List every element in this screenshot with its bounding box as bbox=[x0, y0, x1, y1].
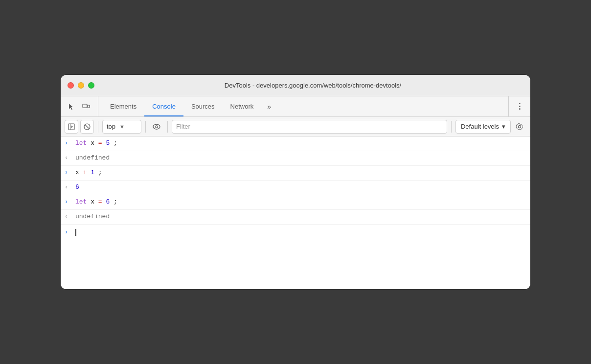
tab-network[interactable]: Network bbox=[223, 96, 262, 116]
more-tabs-button[interactable]: » bbox=[261, 96, 277, 116]
svg-point-9 bbox=[519, 125, 521, 128]
console-result-3: undefined bbox=[75, 212, 110, 221]
gear-icon bbox=[516, 123, 523, 131]
console-toolbar: top ▼ Default levels ▾ bbox=[61, 117, 530, 136]
maximize-button[interactable] bbox=[88, 82, 94, 89]
console-entry-3-input[interactable]: › let x = 6 ; bbox=[61, 195, 530, 210]
svg-point-8 bbox=[156, 125, 158, 127]
three-dots-menu-button[interactable]: ⋮ bbox=[513, 100, 526, 114]
clear-icon bbox=[84, 123, 91, 130]
traffic-lights bbox=[68, 82, 94, 89]
toolbar-divider-4 bbox=[451, 121, 452, 133]
sidebar-toggle-button[interactable] bbox=[65, 120, 78, 134]
title-bar: DevTools - developers.google.com/web/too… bbox=[61, 75, 530, 96]
devtools-window: DevTools - developers.google.com/web/too… bbox=[61, 75, 530, 289]
svg-rect-3 bbox=[70, 124, 70, 130]
console-input-row[interactable]: › bbox=[61, 225, 530, 240]
svg-rect-0 bbox=[83, 104, 87, 108]
context-dropdown[interactable]: top ▼ bbox=[102, 120, 141, 134]
svg-line-6 bbox=[86, 125, 89, 128]
output-arrow-3: ‹ bbox=[65, 213, 71, 221]
cursor-tool-button[interactable] bbox=[65, 100, 78, 114]
console-code-1: let x = 5 ; bbox=[75, 139, 526, 148]
input-arrow-3: › bbox=[65, 198, 71, 206]
input-arrow-current: › bbox=[65, 228, 71, 237]
levels-dropdown-arrow: ▾ bbox=[502, 123, 505, 130]
console-entry-1-input[interactable]: › let x = 5 ; bbox=[61, 136, 530, 151]
console-cursor bbox=[75, 229, 76, 236]
tab-bar: Elements Console Sources Network » ⋮ bbox=[61, 96, 530, 117]
svg-rect-1 bbox=[88, 105, 90, 108]
console-entry-2-input[interactable]: › x + 1 ; bbox=[61, 166, 530, 181]
tabs-container: Elements Console Sources Network » bbox=[102, 96, 508, 116]
live-expressions-button[interactable] bbox=[150, 120, 163, 134]
sidebar-icon bbox=[68, 123, 75, 130]
close-button[interactable] bbox=[68, 82, 74, 89]
console-entry-1-output: ‹ undefined bbox=[61, 151, 530, 166]
console-result-1: undefined bbox=[75, 154, 110, 162]
tab-bar-icons bbox=[65, 96, 98, 116]
device-toggle-button[interactable] bbox=[79, 100, 93, 114]
console-entry-2-output: ‹ 6 bbox=[61, 181, 530, 195]
output-arrow-2: ‹ bbox=[65, 183, 71, 192]
cursor-icon bbox=[68, 103, 75, 111]
toolbar-divider-1 bbox=[98, 121, 98, 133]
console-empty-area bbox=[61, 240, 530, 289]
minimize-button[interactable] bbox=[78, 82, 84, 89]
input-arrow-1: › bbox=[65, 139, 71, 148]
svg-marker-4 bbox=[71, 125, 73, 128]
console-result-2: 6 bbox=[75, 183, 79, 192]
tab-sources[interactable]: Sources bbox=[183, 96, 223, 116]
tab-elements[interactable]: Elements bbox=[102, 96, 144, 116]
filter-input[interactable] bbox=[172, 120, 447, 134]
clear-console-button[interactable] bbox=[80, 120, 94, 134]
svg-point-7 bbox=[153, 124, 160, 129]
console-code-2: x + 1 ; bbox=[75, 168, 526, 177]
context-dropdown-arrow: ▼ bbox=[119, 124, 125, 130]
settings-button[interactable] bbox=[513, 120, 526, 134]
console-entry-3-output: ‹ undefined bbox=[61, 210, 530, 225]
toolbar-divider-2 bbox=[145, 121, 146, 133]
device-toggle-icon bbox=[82, 103, 90, 111]
log-levels-dropdown[interactable]: Default levels ▾ bbox=[455, 120, 511, 134]
console-output: › let x = 5 ; ‹ undefined › x + 1 bbox=[61, 136, 530, 289]
tab-bar-right: ⋮ bbox=[508, 96, 526, 116]
console-code-3: let x = 6 ; bbox=[75, 198, 526, 206]
eye-icon bbox=[153, 124, 160, 130]
window-title: DevTools - developers.google.com/web/too… bbox=[102, 82, 523, 89]
input-arrow-2: › bbox=[65, 169, 71, 177]
output-arrow-1: ‹ bbox=[65, 154, 71, 162]
tab-console[interactable]: Console bbox=[144, 96, 183, 116]
toolbar-divider-3 bbox=[167, 121, 168, 133]
